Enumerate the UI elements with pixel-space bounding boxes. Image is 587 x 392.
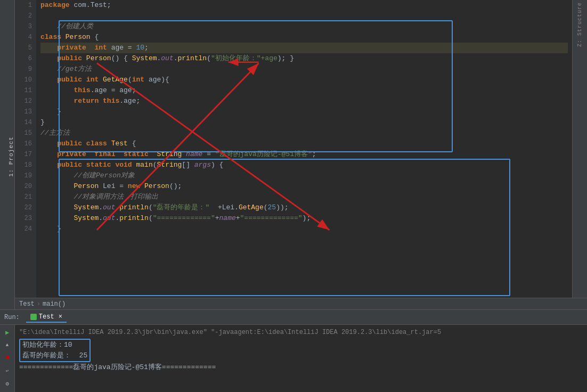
line-9: 9 — [15, 64, 32, 75]
code-line-20: Person Lei = new Person(); — [40, 181, 568, 192]
run-tab-label: Test — [39, 313, 54, 321]
run-play-button[interactable]: ▶ — [2, 327, 13, 338]
editor-area: 1: Project 1 2 3 ▶ 4 ◆ 5 — [0, 0, 587, 309]
code-line-3: //创建人类 — [40, 21, 568, 32]
line-17: 17 — [15, 149, 32, 160]
run-tab-test[interactable]: Test × — [26, 312, 67, 323]
code-line-10: public int GetAge(int age){ — [40, 75, 568, 85]
output-text-3: =============磊哥的java历险记-@51博客===========… — [19, 362, 216, 373]
run-tab-icon — [30, 314, 37, 320]
code-line-11: this.age = age; — [40, 85, 568, 96]
output-box: 初始化年龄：10 磊哥的年龄是： 25 — [19, 339, 91, 362]
right-panel: Z: Structure — [572, 0, 587, 298]
output-highlight-container: 初始化年龄：10 磊哥的年龄是： 25 — [19, 338, 91, 362]
run-stop-button[interactable]: ■ — [2, 353, 13, 363]
line-19: 19 — [15, 170, 32, 181]
line-5: ◆ 5 — [15, 43, 32, 53]
run-panel-tabs: Run: Test × — [0, 310, 587, 325]
code-line-18: public static void main(String[] args) { — [40, 160, 568, 170]
output-text-2: 磊哥的年龄是： 25 — [22, 350, 87, 361]
line-21: 21 — [15, 192, 32, 202]
line-numbers: 1 2 3 ▶ 4 ◆ 5 6 9 ▶ 10 — [15, 0, 36, 298]
code-content[interactable]: package com.Test; //创建人类 class Person { … — [36, 0, 572, 298]
line-11: 11 — [15, 85, 32, 96]
run-scroll-up-button[interactable]: ▲ — [2, 340, 13, 350]
line-2: 2 — [15, 11, 32, 21]
run-settings-button[interactable]: ⚙ — [2, 378, 13, 389]
breadcrumb: Test › main() — [15, 298, 587, 309]
code-line-1: package com.Test; — [40, 0, 568, 11]
output-text-1: 初始化年龄：10 — [22, 340, 72, 350]
code-line-24: } — [40, 224, 568, 234]
project-panel-label[interactable]: 1: Project — [8, 136, 14, 177]
code-line-15: //主方法 — [40, 128, 568, 138]
code-line-4: class Person { — [40, 32, 568, 43]
line-14: 14 — [15, 117, 32, 128]
code-line-5: private int age = 10; — [40, 43, 568, 53]
line-22: 22 — [15, 202, 32, 213]
output-line-1: 初始化年龄：10 — [22, 340, 87, 350]
line-1: 1 — [15, 0, 32, 11]
code-line-6: public Person() { System.out.println("初始… — [40, 53, 568, 64]
breadcrumb-file: Test — [19, 300, 35, 308]
run-wrap-button[interactable]: ↩ — [2, 365, 13, 376]
line-3: 3 — [15, 21, 32, 32]
code-line-14: } — [40, 117, 568, 128]
line-4: ▶ 4 — [15, 32, 32, 43]
code-line-23: System.out.println("============="+name+… — [40, 213, 568, 224]
run-panel-content: ▶ ▲ ■ ↩ ⚙ "E:\idea\IntelliJ IDEA 2019.2.… — [0, 325, 587, 392]
app-container: 1: Project 1 2 3 ▶ 4 ◆ 5 — [0, 0, 587, 392]
output-line-3: =============磊哥的java历险记-@51博客===========… — [19, 362, 583, 373]
code-line-21: //对象调用方法，打印输出 — [40, 192, 568, 202]
line-12: 12 — [15, 96, 32, 107]
structure-label[interactable]: Z: Structure — [577, 2, 583, 47]
editor-main: 1 2 3 ▶ 4 ◆ 5 6 9 ▶ 10 — [15, 0, 587, 309]
code-line-22: System.out.println("磊哥的年龄是：" +Lei.GetAge… — [40, 202, 568, 213]
run-panel: Run: Test × ▶ ▲ ■ ↩ ⚙ "E:\idea\IntelliJ … — [0, 309, 587, 392]
left-sidebar: 1: Project — [0, 0, 15, 309]
line-23: 23 — [15, 213, 32, 224]
line-16: ▶ ◆ 16 — [15, 138, 32, 149]
breadcrumb-method: main() — [43, 300, 66, 308]
code-line-13: } — [40, 107, 568, 117]
line-13: 13 — [15, 107, 32, 117]
code-editor[interactable]: 1 2 3 ▶ 4 ◆ 5 6 9 ▶ 10 — [15, 0, 587, 298]
line-18: ▶ 18 — [15, 160, 32, 170]
code-line-17: private final static String name = "磊哥的j… — [40, 149, 568, 160]
line-20: 20 — [15, 181, 32, 192]
run-output: "E:\idea\IntelliJ IDEA 2019.2.3\jbr\bin\… — [15, 325, 587, 392]
line-6: 6 — [15, 53, 32, 64]
code-line-12: return this.age; — [40, 96, 568, 107]
run-tab-close[interactable]: × — [59, 313, 62, 321]
code-line-2 — [40, 11, 568, 21]
run-label: Run: — [4, 314, 20, 321]
line-15: 15 — [15, 128, 32, 138]
output-cmd-text: "E:\idea\IntelliJ IDEA 2019.2.3\jbr\bin\… — [19, 327, 441, 338]
code-line-9: //get方法 — [40, 64, 568, 75]
output-line-2: 磊哥的年龄是： 25 — [22, 350, 87, 361]
line-10: ▶ 10 — [15, 75, 32, 85]
output-cmd-line: "E:\idea\IntelliJ IDEA 2019.2.3\jbr\bin\… — [19, 327, 583, 338]
run-left-controls: ▶ ▲ ■ ↩ ⚙ — [0, 325, 15, 392]
line-24: 24 — [15, 224, 32, 234]
code-line-16: public class Test { — [40, 138, 568, 149]
breadcrumb-separator: › — [37, 300, 40, 308]
code-line-19: //创建Person对象 — [40, 170, 568, 181]
